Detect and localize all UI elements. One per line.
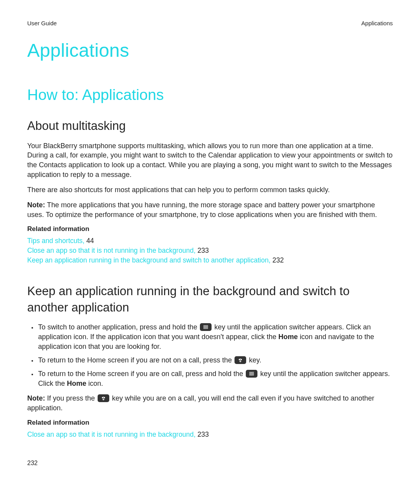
text: key.	[249, 356, 261, 364]
text: To return to the Home screen if you are …	[38, 370, 245, 378]
chapter-title: Applications	[27, 38, 393, 63]
note-label: Note:	[27, 394, 45, 402]
text: icon.	[88, 380, 103, 387]
text: If you press the	[45, 394, 97, 402]
about-note: Note: The more applications that you hav…	[27, 200, 393, 220]
related-link-row: Close an app so that it is not running i…	[27, 430, 393, 439]
about-p1: Your BlackBerry smartphone supports mult…	[27, 141, 393, 180]
link-page: 44	[84, 237, 94, 245]
text: To return to the Home screen if you are …	[38, 356, 234, 364]
link-page: 232	[271, 256, 284, 264]
related-info-heading: Related information	[27, 418, 393, 427]
related-info-heading: Related information	[27, 225, 393, 234]
link-page: 233	[196, 430, 209, 438]
page-root: User Guide Applications Applications How…	[0, 0, 420, 479]
section-heading: How to: Applications	[27, 85, 393, 105]
list-item: To switch to another application, press …	[37, 322, 393, 351]
end-key-icon	[98, 394, 109, 402]
about-p2: There are also shortcuts for most applic…	[27, 185, 393, 195]
header-left: User Guide	[27, 19, 57, 27]
home-label: Home	[67, 380, 86, 387]
related-link-row: Tips and shortcuts, 44	[27, 236, 393, 246]
link-page: 233	[196, 247, 209, 254]
link-close-app[interactable]: Close an app so that it is not running i…	[27, 247, 196, 254]
link-close-app[interactable]: Close an app so that it is not running i…	[27, 430, 196, 438]
related-link-row: Keep an application running in the backg…	[27, 256, 393, 265]
header-right: Applications	[361, 19, 393, 27]
about-heading: About multitasking	[27, 118, 393, 134]
menu-key-icon	[246, 370, 257, 378]
link-keep-app-running[interactable]: Keep an application running in the backg…	[27, 256, 271, 264]
note-label: Note:	[27, 201, 45, 209]
instruction-list: To switch to another application, press …	[27, 322, 393, 388]
menu-key-icon	[200, 323, 212, 331]
end-key-icon	[234, 356, 246, 364]
list-item: To return to the Home screen if you are …	[37, 355, 393, 365]
page-number: 232	[27, 459, 393, 467]
keep-heading: Keep an application running in the backg…	[27, 283, 393, 316]
list-item: To return to the Home screen if you are …	[37, 369, 393, 388]
text: To switch to another application, press …	[38, 323, 199, 331]
home-label: Home	[278, 333, 298, 341]
page-header: User Guide Applications	[27, 19, 393, 27]
related-link-row: Close an app so that it is not running i…	[27, 246, 393, 256]
link-tips-shortcuts[interactable]: Tips and shortcuts,	[27, 237, 84, 245]
keep-note: Note: If you press the key while you are…	[27, 394, 393, 413]
note-body: The more applications that you have runn…	[27, 201, 377, 219]
